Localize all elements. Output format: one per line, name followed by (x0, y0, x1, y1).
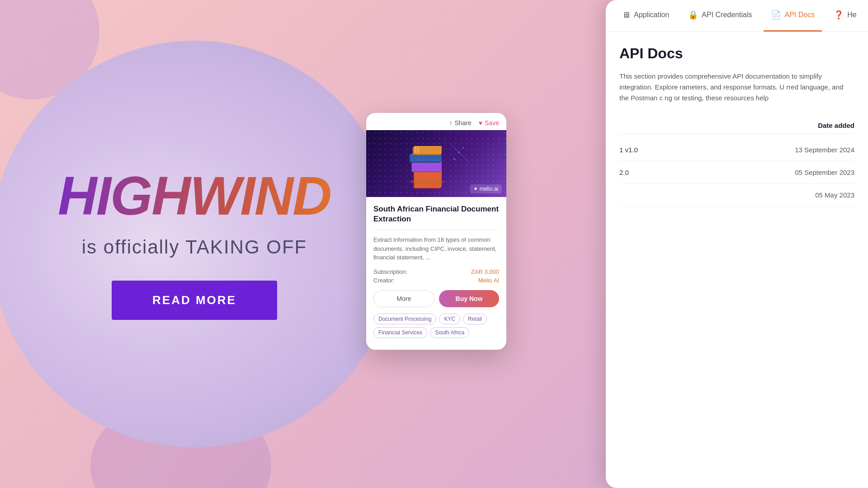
read-more-button[interactable]: READ MORE (112, 281, 277, 320)
melio-star-icon: ✦ (473, 186, 478, 192)
buy-now-button[interactable]: Buy Now (439, 290, 499, 307)
tab-api-credentials-label: API Credentials (702, 11, 752, 19)
hero-content: HIGHWIND is officially TAKING OFF READ M… (58, 169, 331, 320)
tag-document-processing[interactable]: Document Processing (373, 314, 436, 324)
lock-icon: 🔒 (688, 10, 698, 20)
save-button[interactable]: ♥ Save (479, 119, 499, 127)
table-row: 2.0 05 September 2023 (619, 161, 854, 184)
date-1: 13 September 2024 (764, 146, 854, 154)
table-row: 1 v1.0 13 September 2024 (619, 139, 854, 161)
col-version-header (619, 122, 764, 129)
subscription-value: ZAR 3,000 (471, 268, 499, 275)
share-button[interactable]: ↑ Share (449, 119, 471, 127)
brand-title: HIGHWIND (58, 169, 331, 223)
tagline: is officially TAKING OFF (82, 236, 307, 258)
tab-help[interactable]: ❓ He (826, 0, 863, 32)
creator-label: Creator: (373, 277, 395, 284)
table-header: Date added (619, 117, 854, 134)
save-label: Save (485, 119, 499, 127)
tag-retail[interactable]: Retail (463, 314, 487, 324)
card-buttons: More Buy Now (373, 290, 499, 307)
tag-south-africa[interactable]: South Africa (430, 327, 469, 338)
card-actions: ↑ Share ♥ Save (366, 113, 506, 130)
card-tags: Document Processing KYC Retail Financial… (373, 314, 499, 344)
card-metadata: Subscription: ZAR 3,000 Creator: Melio A… (373, 268, 499, 284)
panel-body: API Docs This section provides comprehen… (606, 32, 868, 220)
date-2: 05 September 2023 (764, 169, 854, 176)
melio-badge-label: melio.ai (480, 186, 498, 192)
date-3: 05 May 2023 (764, 191, 854, 199)
tag-kyc[interactable]: KYC (439, 314, 460, 324)
tab-help-label: He (847, 11, 856, 19)
api-docs-title: API Docs (619, 45, 854, 62)
product-title: South African Financial Document Extract… (373, 204, 499, 230)
monitor-icon: 🖥 (622, 10, 630, 20)
tab-api-docs-label: API Docs (784, 11, 815, 19)
creator-row: Creator: Melio AI (373, 277, 499, 284)
heart-icon: ♥ (479, 119, 482, 127)
table-row: 05 May 2023 (619, 184, 854, 206)
tab-application[interactable]: 🖥 Application (615, 0, 676, 32)
col-date-header: Date added (764, 122, 854, 129)
card-body: South African Financial Document Extract… (366, 197, 506, 350)
api-docs-description: This section provides comprehensive API … (619, 71, 854, 103)
subscription-row: Subscription: ZAR 3,000 (373, 268, 499, 275)
document-icon: 📄 (771, 10, 781, 20)
help-icon: ❓ (834, 10, 844, 20)
product-image: ✦ melio.ai (366, 130, 506, 197)
product-card: ↑ Share ♥ Save (366, 113, 506, 350)
tag-financial-services[interactable]: Financial Services (373, 327, 427, 338)
hero-section: HIGHWIND is officially TAKING OFF READ M… (0, 0, 389, 488)
more-button[interactable]: More (373, 290, 434, 307)
version-2: 2.0 (619, 169, 764, 176)
tab-api-credentials[interactable]: 🔒 API Credentials (681, 0, 759, 32)
share-icon: ↑ (449, 119, 452, 127)
share-label: Share (454, 119, 471, 127)
version-1: 1 v1.0 (619, 146, 764, 154)
melio-ai-badge: ✦ melio.ai (470, 184, 502, 193)
api-docs-panel: 🖥 Application 🔒 API Credentials 📄 API Do… (606, 0, 868, 488)
subscription-label: Subscription: (373, 268, 407, 275)
creator-value: Melio AI (478, 277, 499, 284)
product-description: Extract information from 18 types of com… (373, 235, 499, 262)
tab-api-docs[interactable]: 📄 API Docs (764, 0, 822, 32)
tab-application-label: Application (634, 11, 669, 19)
panel-tabs: 🖥 Application 🔒 API Credentials 📄 API Do… (606, 0, 868, 32)
